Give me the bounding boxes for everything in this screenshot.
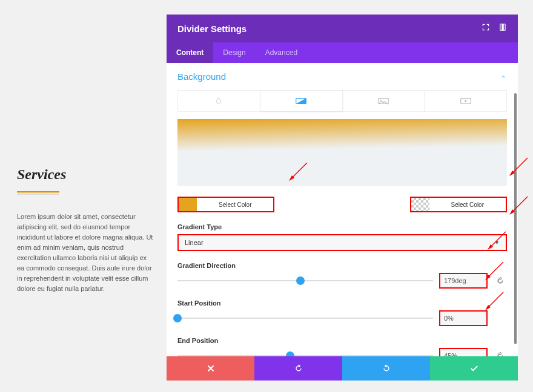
paint-drop-icon: [213, 97, 224, 105]
gradient-direction-slider[interactable]: [177, 275, 433, 287]
start-position-slider[interactable]: [177, 312, 433, 324]
start-position-label: Start Position: [177, 299, 507, 307]
gradient-preview: [177, 119, 507, 186]
start-position-input[interactable]: [439, 310, 488, 326]
gradient-icon: [296, 97, 306, 105]
svg-point-4: [380, 99, 381, 100]
modal-title: Divider Settings: [177, 24, 247, 34]
modal-header: Divider Settings: [167, 15, 518, 42]
section-label: Background: [177, 71, 226, 82]
scrollbar-thumb[interactable]: [514, 93, 517, 344]
slider-thumb[interactable]: [173, 314, 182, 322]
end-position-label: End Position: [177, 337, 507, 344]
page-section-title: Services: [17, 166, 153, 183]
gradient-direction-reset[interactable]: [494, 274, 507, 287]
modal-footer: [167, 356, 518, 381]
bg-tab-image[interactable]: [343, 91, 425, 111]
snap-icon[interactable]: [498, 23, 507, 34]
gradient-end-color-button[interactable]: Select Color: [410, 197, 507, 212]
bg-tab-gradient[interactable]: [260, 91, 343, 111]
gradient-direction-input[interactable]: [439, 273, 488, 289]
modal-body: Background: [167, 63, 518, 365]
end-color-swatch: [411, 198, 429, 211]
bg-tab-color[interactable]: [178, 91, 260, 111]
gradient-type-select[interactable]: Linear ▼: [177, 234, 507, 251]
tab-content[interactable]: Content: [167, 42, 213, 63]
section-toggle-background[interactable]: Background: [167, 63, 518, 90]
gradient-type-value: Linear: [185, 239, 204, 246]
slider-thumb[interactable]: [296, 276, 305, 285]
gradient-start-color-button[interactable]: Select Color: [177, 197, 274, 212]
background-type-tabs: [177, 90, 507, 112]
end-color-label: Select Color: [429, 201, 506, 208]
redo-button[interactable]: [342, 356, 430, 381]
save-button[interactable]: [430, 356, 518, 381]
tab-design[interactable]: Design: [213, 42, 255, 63]
bg-tab-video[interactable]: [425, 91, 506, 111]
video-icon: [460, 97, 471, 105]
svg-rect-1: [502, 24, 504, 31]
chevron-up-icon: [500, 73, 507, 80]
expand-icon[interactable]: [482, 23, 490, 34]
undo-icon: [496, 276, 505, 285]
image-icon: [378, 97, 389, 105]
tab-advanced[interactable]: Advanced: [256, 42, 307, 63]
close-icon: [206, 364, 216, 373]
start-color-label: Select Color: [197, 201, 273, 208]
start-color-swatch: [179, 198, 197, 211]
undo-button[interactable]: [254, 356, 342, 381]
check-icon: [469, 364, 479, 373]
dropdown-triangle-icon: ▼: [494, 240, 500, 246]
page-lorem-text: Lorem ipsum dolor sit amet, consectetur …: [17, 212, 153, 294]
redo-icon: [382, 364, 391, 373]
gradient-type-label: Gradient Type: [177, 223, 507, 230]
divider-settings-modal: Divider Settings Content Design Advanced…: [167, 15, 518, 381]
gradient-direction-label: Gradient Direction: [177, 262, 507, 269]
cancel-button[interactable]: [167, 356, 254, 381]
undo-icon: [294, 364, 303, 373]
settings-tabs: Content Design Advanced: [167, 42, 518, 63]
divider-preview: [17, 191, 59, 195]
